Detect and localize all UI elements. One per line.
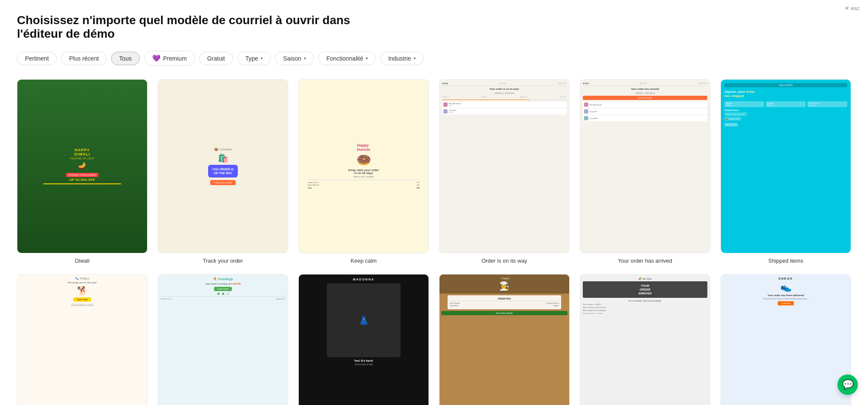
card-thumb-yeshere[interactable]: MADONNA 👗 Yes! It's here! Arrival Date o…	[298, 274, 429, 405]
template-grid-row2: 🐾 PetBox Pet treats are on the way! 🐕 Tr…	[17, 274, 851, 405]
chevron-down-icon: ▾	[261, 56, 263, 61]
esc-x-icon: ✕	[845, 5, 849, 11]
page-title: Choisissez n'importe quel modèle de cour…	[17, 14, 398, 41]
filter-fonctionnalite[interactable]: Fonctionnalité ▾	[318, 52, 376, 65]
filter-pertinent[interactable]: Pertinent	[17, 52, 57, 65]
chevron-down-icon: ▾	[366, 56, 368, 61]
card-keepcalm[interactable]: HappyDonuts 🍩 Keep calm your orderis on …	[298, 79, 429, 264]
card-oarrived[interactable]: 🌈 rain bow YOURORDERARRIVED As a reminde…	[580, 274, 710, 405]
card-shipped[interactable]: WELLNESS Jayson, your orderhas shipped S…	[721, 79, 851, 264]
filter-gratuit[interactable]: Gratuit	[199, 52, 233, 65]
filter-premium[interactable]: 💜 Premium	[144, 51, 195, 66]
filter-saison[interactable]: Saison ▾	[275, 52, 314, 65]
filter-industrie[interactable]: Industrie ▾	[380, 52, 424, 65]
card-foodcoming[interactable]: 🍕 FoodApp Your food is coming at 5:00 PM…	[158, 274, 288, 405]
card-thumb-oarrived[interactable]: 🌈 rain bow YOURORDERARRIVED As a reminde…	[580, 274, 710, 405]
card-arrived[interactable]: ⬤ ⬤ ⬤ElecTrakTrack Order Your order has …	[580, 79, 710, 264]
card-thumb-keepcalm[interactable]: HappyDonuts 🍩 Keep calm your orderis on …	[298, 79, 429, 253]
card-thumb-track[interactable]: 📦 LimeBar 🛍️ YOU ORDER ISON THE WAY Trac…	[158, 79, 288, 253]
card-label-orderway: Order is on its way	[481, 258, 527, 264]
card-label-arrived: Your order has arrived	[618, 258, 672, 264]
card-thumb-herecome[interactable]: 🌿 Organic 🧑‍🍳 ORDER INFO Date ShippedTra…	[439, 274, 570, 405]
chat-icon: 💬	[842, 379, 854, 390]
card-track[interactable]: 📦 LimeBar 🛍️ YOU ORDER ISON THE WAY Trac…	[158, 79, 288, 264]
filter-type[interactable]: Type ▾	[237, 52, 271, 65]
card-label-diwali: Diwali	[75, 258, 90, 264]
premium-icon: 💜	[152, 54, 161, 62]
card-label-track: Track your order	[203, 258, 243, 264]
card-yeshere[interactable]: MADONNA 👗 Yes! It's here! Arrival Date o…	[298, 274, 429, 405]
card-label-shipped: Shipped items	[768, 258, 803, 264]
card-thumb-diwali[interactable]: HAPPYDIWALI FESTIVAL OF LIGHT 🪔 HOLIDAY …	[17, 79, 147, 253]
card-label-keepcalm: Keep calm	[351, 258, 376, 264]
card-thumb-delivered[interactable]: SNEAK 👟 Your order has been delivered Di…	[721, 274, 851, 405]
card-diwali[interactable]: HAPPYDIWALI FESTIVAL OF LIGHT 🪔 HOLIDAY …	[17, 79, 147, 264]
filter-tous[interactable]: Tous	[111, 52, 140, 65]
filter-bar: Pertinent Plus récent Tous 💜 Premium Gra…	[17, 51, 851, 66]
card-herecome[interactable]: 🌿 Organic 🧑‍🍳 ORDER INFO Date ShippedTra…	[439, 274, 570, 405]
filter-plus-recent[interactable]: Plus récent	[61, 52, 107, 65]
card-thumb-arrived[interactable]: ⬤ ⬤ ⬤ElecTrakTrack Order Your order has …	[580, 79, 710, 253]
esc-button[interactable]: ✕ esc	[845, 5, 860, 11]
card-thumb-pettreat[interactable]: 🐾 PetBox Pet treats are on the way! 🐕 Tr…	[17, 274, 147, 405]
chat-button[interactable]: 💬	[837, 374, 858, 395]
chevron-down-icon: ▾	[414, 56, 416, 61]
chevron-down-icon: ▾	[304, 56, 306, 61]
card-thumb-shipped[interactable]: WELLNESS Jayson, your orderhas shipped S…	[721, 79, 851, 253]
template-grid-row1: HAPPYDIWALI FESTIVAL OF LIGHT 🪔 HOLIDAY …	[17, 79, 851, 264]
card-orderway[interactable]: ⬤ ⬤ ⬤ElecTrakTrack Order Your order is o…	[439, 79, 570, 264]
card-pettreat[interactable]: 🐾 PetBox Pet treats are on the way! 🐕 Tr…	[17, 274, 147, 405]
card-delivered[interactable]: SNEAK 👟 Your order has been delivered Di…	[721, 274, 851, 405]
card-thumb-orderway[interactable]: ⬤ ⬤ ⬤ElecTrakTrack Order Your order is o…	[439, 79, 570, 253]
card-thumb-foodcoming[interactable]: 🍕 FoodApp Your food is coming at 5:00 PM…	[158, 274, 288, 405]
